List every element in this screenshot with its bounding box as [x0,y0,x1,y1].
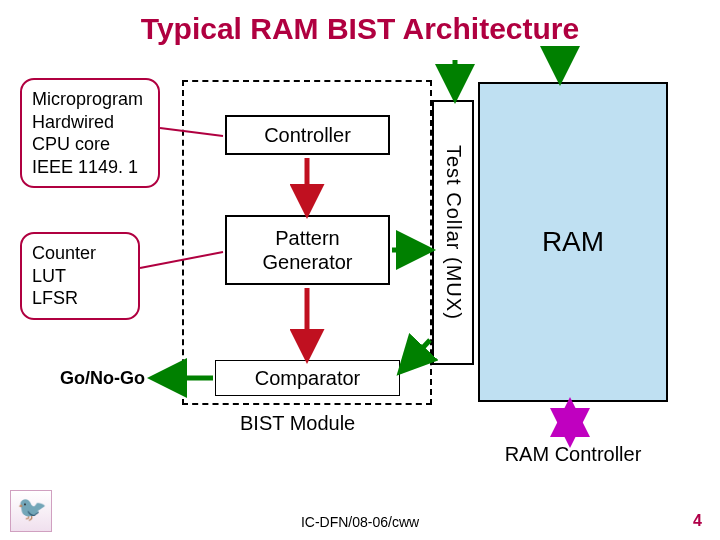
footer-text: IC-DFN/08-06/cww [0,514,720,530]
bist-module-label: BIST Module [240,412,355,435]
callout-item: LFSR [32,287,128,310]
controller-block: Controller [225,115,390,155]
callout-item: Counter [32,242,128,265]
go-nogo-label: Go/No-Go [60,368,145,389]
pattern-label-1: Pattern [275,226,339,250]
ram-label: RAM [542,226,604,258]
pattern-types-callout: Counter LUT LFSR [20,232,140,320]
callout-item: CPU core [32,133,148,156]
logo-bird-icon [10,490,52,532]
comparator-block: Comparator [215,360,400,396]
pattern-label-2: Generator [262,250,352,274]
callout-item: Hardwired [32,111,148,134]
test-collar-label: Test Collar (MUX) [442,145,465,320]
callout-item: Microprogram [32,88,148,111]
test-collar-block: Test Collar (MUX) [432,100,474,365]
controller-types-callout: Microprogram Hardwired CPU core IEEE 114… [20,78,160,188]
slide-title: Typical RAM BIST Architecture [0,12,720,46]
ram-controller-label: RAM Controller [478,443,668,466]
callout-item: IEEE 1149. 1 [32,156,148,179]
page-number: 4 [693,512,702,530]
ram-block: RAM [478,82,668,402]
callout-item: LUT [32,265,128,288]
controller-label: Controller [264,123,351,147]
comparator-label: Comparator [255,366,361,390]
pattern-generator-block: Pattern Generator [225,215,390,285]
